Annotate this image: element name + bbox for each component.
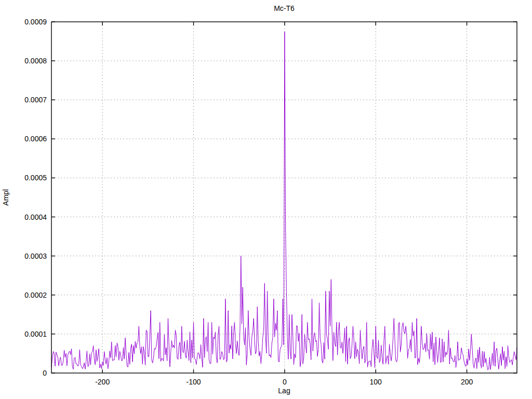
correlation-figure: -200-100010020000.00010.00020.00030.0004… bbox=[0, 0, 532, 399]
y-tick-label: 0.0009 bbox=[24, 18, 47, 26]
y-tick-label: 0.0002 bbox=[24, 291, 47, 299]
y-tick-label: 0.0003 bbox=[24, 252, 47, 260]
y-axis-label: Ampl bbox=[2, 189, 10, 206]
y-tick-label: 0.0004 bbox=[24, 213, 47, 221]
chart-title: Mc-T6 bbox=[274, 4, 295, 12]
y-tick-label: 0 bbox=[43, 369, 47, 377]
data-series-layer bbox=[51, 32, 517, 370]
plot-canvas: -200-100010020000.00010.00020.00030.0004… bbox=[0, 0, 532, 399]
correlation-trace bbox=[51, 32, 517, 370]
x-tick-label: 100 bbox=[370, 378, 382, 386]
y-tick-label: 0.0001 bbox=[24, 330, 47, 338]
x-tick-label: -100 bbox=[187, 378, 201, 386]
x-tick-label: 0 bbox=[283, 378, 287, 386]
y-tick-label: 0.0008 bbox=[24, 57, 47, 65]
y-tick-label: 0.0006 bbox=[24, 135, 47, 143]
x-axis-label: Lag bbox=[278, 387, 290, 395]
x-tick-label: 200 bbox=[461, 378, 473, 386]
x-tick-label: -200 bbox=[95, 378, 110, 386]
y-tick-label: 0.0005 bbox=[24, 174, 47, 182]
y-tick-label: 0.0007 bbox=[24, 96, 47, 104]
